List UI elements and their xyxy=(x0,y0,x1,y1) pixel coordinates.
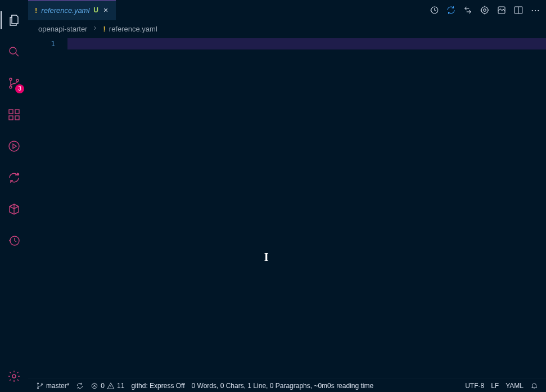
tab-close-button[interactable]: × xyxy=(102,6,109,15)
sb-githd[interactable]: githd: Express Off xyxy=(128,379,188,392)
warning-icon xyxy=(107,382,115,390)
status-bar: master* 0 11 githd: Express Off 0 Words,… xyxy=(28,379,546,392)
ab-badge-scm: 3 xyxy=(15,84,24,93)
open-icon xyxy=(497,5,507,15)
svg-point-19 xyxy=(41,383,42,384)
editor-action-copilot[interactable] xyxy=(444,3,458,17)
svg-rect-6 xyxy=(15,116,19,120)
sb-sync[interactable] xyxy=(73,379,87,392)
code-area[interactable] xyxy=(67,37,546,379)
sb-language[interactable]: YAML xyxy=(502,379,527,392)
copilot-icon xyxy=(446,5,456,15)
chevron-right-icon xyxy=(92,25,98,33)
sb-branch-label: master* xyxy=(46,382,69,390)
sb-warnings: 11 xyxy=(117,382,124,390)
sb-encoding-label: UTF-8 xyxy=(465,382,484,390)
editor-action-target[interactable] xyxy=(477,3,492,17)
target-icon xyxy=(480,5,490,15)
sb-branch[interactable]: master* xyxy=(33,379,73,392)
editor-action-history[interactable] xyxy=(427,3,441,17)
editor[interactable]: 1 I xyxy=(28,37,546,379)
svg-point-3 xyxy=(16,79,19,82)
sb-wordcount[interactable]: 0 Words, 0 Chars, 1 Line, 0 Paragraphs, … xyxy=(188,379,377,392)
sb-errors: 0 xyxy=(101,382,105,390)
crumb-file-label: reference.yaml xyxy=(109,25,157,33)
search-icon xyxy=(7,45,21,58)
gear-icon xyxy=(7,370,21,383)
sb-language-label: YAML xyxy=(506,382,524,390)
sb-encoding[interactable]: UTF-8 xyxy=(462,379,488,392)
editor-action-open[interactable] xyxy=(494,3,509,17)
breadcrumb: openapi-starter ! reference.yaml xyxy=(28,20,546,37)
git-branch-icon xyxy=(36,382,44,390)
sb-notifications[interactable] xyxy=(527,379,542,392)
svg-point-14 xyxy=(484,9,486,12)
sb-eol-label: LF xyxy=(491,382,499,390)
svg-rect-7 xyxy=(15,110,19,114)
crumb-file[interactable]: ! reference.yaml xyxy=(103,25,157,33)
ab-ext-a[interactable] xyxy=(1,196,28,223)
svg-rect-4 xyxy=(9,110,13,114)
error-icon xyxy=(91,382,98,390)
svg-point-9 xyxy=(17,173,19,175)
yaml-file-icon: ! xyxy=(103,25,105,33)
tab-git-status: U xyxy=(93,6,98,14)
svg-point-13 xyxy=(481,7,488,13)
svg-point-17 xyxy=(37,382,38,384)
crumb-folder-label: openapi-starter xyxy=(38,25,87,33)
editor-line xyxy=(67,38,546,49)
ab-source-control[interactable]: 3 xyxy=(1,70,28,97)
svg-point-0 xyxy=(10,47,16,54)
sb-problems[interactable]: 0 11 xyxy=(87,379,128,392)
svg-point-1 xyxy=(10,78,12,80)
cube-icon xyxy=(7,202,21,216)
more-icon: ⋯ xyxy=(531,5,540,16)
compare-icon xyxy=(463,5,473,15)
crumb-folder[interactable]: openapi-starter xyxy=(38,25,87,33)
ab-debug[interactable] xyxy=(1,133,28,160)
ab-extensions[interactable] xyxy=(1,101,28,128)
svg-point-18 xyxy=(37,387,38,388)
svg-point-11 xyxy=(12,375,16,378)
svg-rect-5 xyxy=(9,116,13,120)
ab-timeline[interactable] xyxy=(1,227,28,254)
split-icon xyxy=(513,5,524,15)
ab-settings[interactable] xyxy=(1,363,28,390)
history-icon xyxy=(7,234,21,247)
bell-icon xyxy=(530,382,538,390)
activity-bar: 3 xyxy=(0,0,28,392)
text-cursor-icon: I xyxy=(264,250,268,264)
debug-icon xyxy=(7,139,21,153)
extensions-icon xyxy=(7,108,21,121)
gutter: 1 xyxy=(28,37,67,379)
editor-action-split[interactable] xyxy=(511,3,526,17)
tab-bar: ! reference.yaml U × ⋯ xyxy=(28,0,546,20)
yaml-file-icon: ! xyxy=(35,6,37,15)
tab-reference-yaml[interactable]: ! reference.yaml U × xyxy=(28,0,116,20)
line-number: 1 xyxy=(28,38,67,49)
ab-explorer[interactable] xyxy=(1,7,28,34)
svg-point-2 xyxy=(10,86,12,88)
sync-icon xyxy=(76,382,84,390)
editor-actions: ⋯ xyxy=(427,0,546,20)
sb-eol[interactable]: LF xyxy=(488,379,502,392)
ab-sync-circle[interactable] xyxy=(1,164,28,191)
editor-action-compare[interactable] xyxy=(461,3,475,17)
ab-search[interactable] xyxy=(1,38,28,65)
files-icon xyxy=(7,13,21,27)
sync-circle-icon xyxy=(7,171,21,184)
svg-point-8 xyxy=(9,141,19,151)
sb-wordcount-label: 0 Words, 0 Chars, 1 Line, 0 Paragraphs, … xyxy=(192,382,374,390)
sb-githd-label: githd: Express Off xyxy=(131,382,184,390)
history-icon xyxy=(429,5,439,15)
editor-action-more[interactable]: ⋯ xyxy=(528,3,543,17)
tab-filename: reference.yaml xyxy=(41,6,89,15)
